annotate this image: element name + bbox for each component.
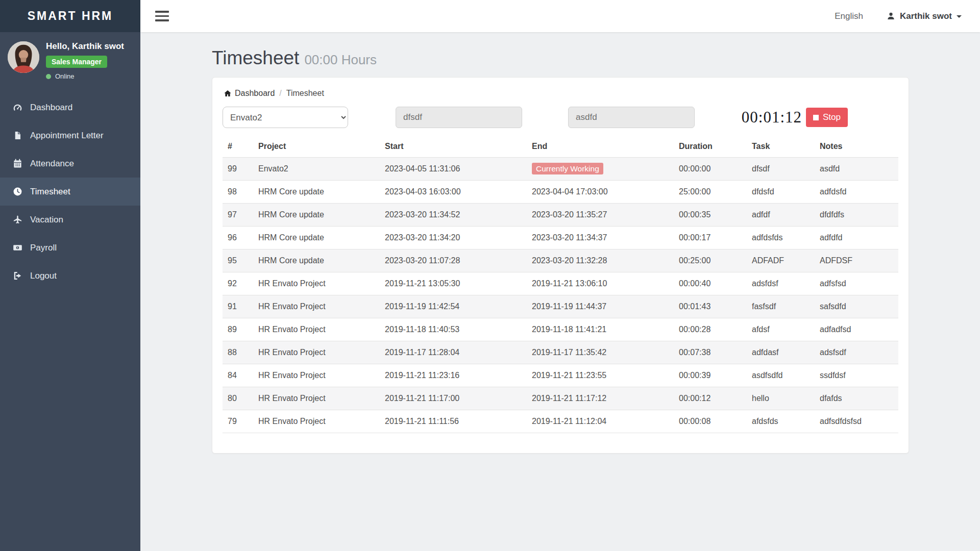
timesheet-card: Dashboard / Timesheet Envato2 00:01:12 S… [212, 77, 909, 454]
cell-task: adfdasf [747, 341, 815, 364]
cell-start: 2023-04-03 16:03:00 [380, 181, 527, 204]
cell-duration: 00:00:40 [674, 272, 747, 295]
sidebar-item-logout[interactable]: Logout [0, 262, 140, 290]
table-body: 99Envato22023-04-05 11:31:06Currently Wo… [223, 158, 898, 433]
cell-task: dfdsfd [747, 181, 815, 204]
user-menu[interactable]: Karthik swot [887, 11, 962, 21]
cell-end: 2023-04-04 17:03:00 [527, 181, 674, 204]
table-row: 91HR Envato Project2019-11-19 11:42:5420… [223, 295, 898, 318]
breadcrumb-dashboard-link[interactable]: Dashboard [235, 89, 275, 98]
timesheet-table: # Project Start End Duration Task Notes … [223, 136, 898, 433]
cell-end: 2019-11-21 11:17:12 [527, 387, 674, 410]
task-input[interactable] [396, 107, 522, 128]
table-row: 80HR Envato Project2019-11-21 11:17:0020… [223, 387, 898, 410]
col-header-notes: Notes [815, 136, 898, 158]
cell-notes: ssdfdsf [815, 364, 898, 387]
cell-notes: adfdfd [815, 227, 898, 249]
cell-project: HR Envato Project [253, 364, 380, 387]
page-subtitle: 00:00 Hours [304, 52, 377, 68]
table-row: 84HR Envato Project2019-11-21 11:23:1620… [223, 364, 898, 387]
table-row: 95HRM Core update2023-03-20 11:07:282023… [223, 249, 898, 272]
cell-start: 2019-11-21 11:23:16 [380, 364, 527, 387]
sidebar-item-dashboard[interactable]: Dashboard [0, 93, 140, 121]
cell-notes: adfadfsd [815, 318, 898, 341]
sidebar-item-payroll[interactable]: Payroll [0, 234, 140, 262]
cell-task: fasfsdf [747, 295, 815, 318]
cell-index: 92 [223, 272, 253, 295]
avatar-image [8, 41, 39, 73]
user-name: Karthik swot [900, 11, 952, 21]
page-title-text: Timesheet [212, 47, 299, 69]
cell-start: 2023-04-05 11:31:06 [380, 158, 527, 181]
sidebar: SMART HRM Hello, Karthik swot Sales Mana… [0, 0, 140, 551]
page-content: Timesheet 00:00 Hours Dashboard / Timesh… [140, 32, 980, 551]
cell-task: afdsfds [747, 410, 815, 433]
table-row: 89HR Envato Project2019-11-18 11:40:5320… [223, 318, 898, 341]
cell-index: 95 [223, 249, 253, 272]
greeting-text: Hello, Karthik swot [46, 41, 124, 52]
cell-project: HRM Core update [253, 249, 380, 272]
sidebar-item-attendance[interactable]: Attendance [0, 149, 140, 178]
cell-start: 2023-03-20 11:34:52 [380, 204, 527, 227]
logout-icon [12, 271, 22, 281]
online-status: Online [46, 72, 124, 80]
cell-project: HR Envato Project [253, 318, 380, 341]
topbar: English Karthik swot [140, 0, 980, 32]
cell-start: 2019-11-18 11:40:53 [380, 318, 527, 341]
sidebar-item-appointment-letter[interactable]: Appointment Letter [0, 121, 140, 149]
col-header-duration: Duration [674, 136, 747, 158]
notes-input[interactable] [568, 107, 695, 128]
cell-duration: 25:00:00 [674, 181, 747, 204]
table-row: 79HR Envato Project2019-11-21 11:11:5620… [223, 410, 898, 433]
stop-icon [813, 115, 819, 120]
cell-notes: asdfd [815, 158, 898, 181]
cell-task: ADFADF [747, 249, 815, 272]
cell-project: Envato2 [253, 158, 380, 181]
cell-index: 97 [223, 204, 253, 227]
cell-project: HRM Core update [253, 181, 380, 204]
sidebar-item-label: Vacation [30, 215, 63, 225]
home-icon [224, 89, 232, 97]
cell-project: HR Envato Project [253, 410, 380, 433]
profile-info: Hello, Karthik swot Sales Manager Online [46, 41, 124, 80]
cell-notes: adsfsdf [815, 341, 898, 364]
money-icon [12, 243, 22, 253]
hamburger-icon [155, 11, 169, 13]
app-logo: SMART HRM [0, 0, 140, 32]
col-header-task: Task [747, 136, 815, 158]
cell-start: 2023-03-20 11:07:28 [380, 249, 527, 272]
cell-task: asdfsdfd [747, 364, 815, 387]
cell-start: 2019-11-19 11:42:54 [380, 295, 527, 318]
table-row: 97HRM Core update2023-03-20 11:34:522023… [223, 204, 898, 227]
cell-project: HR Envato Project [253, 295, 380, 318]
cell-end: 2019-11-18 11:41:21 [527, 318, 674, 341]
table-row: 99Envato22023-04-05 11:31:06Currently Wo… [223, 158, 898, 181]
col-header-project: Project [253, 136, 380, 158]
cell-start: 2023-03-20 11:34:20 [380, 227, 527, 249]
avatar [8, 41, 39, 73]
role-badge: Sales Manager [46, 56, 107, 68]
online-status-label: Online [55, 72, 75, 80]
cell-notes: dfafds [815, 387, 898, 410]
cell-index: 84 [223, 364, 253, 387]
cell-task: adfdsfds [747, 227, 815, 249]
cell-duration: 00:25:00 [674, 249, 747, 272]
menu-toggle-button[interactable] [154, 9, 170, 23]
cell-duration: 00:00:08 [674, 410, 747, 433]
sidebar-item-label: Attendance [30, 159, 74, 169]
language-selector[interactable]: English [835, 11, 863, 21]
sidebar-item-timesheet[interactable]: Timesheet [0, 178, 140, 206]
sidebar-item-label: Appointment Letter [30, 131, 104, 141]
sidebar-item-vacation[interactable]: Vacation [0, 206, 140, 234]
sidebar-item-label: Dashboard [30, 103, 72, 113]
stop-button[interactable]: Stop [806, 108, 848, 127]
col-header-start: Start [380, 136, 527, 158]
timer-display: 00:01:12 [742, 108, 802, 127]
currently-working-badge: Currently Working [532, 163, 603, 174]
project-select[interactable]: Envato2 [223, 107, 348, 128]
cell-end: 2019-11-19 11:44:37 [527, 295, 674, 318]
cell-duration: 00:00:00 [674, 158, 747, 181]
cell-duration: 00:00:28 [674, 318, 747, 341]
sidebar-item-label: Payroll [30, 243, 57, 253]
table-row: 98HRM Core update2023-04-03 16:03:002023… [223, 181, 898, 204]
